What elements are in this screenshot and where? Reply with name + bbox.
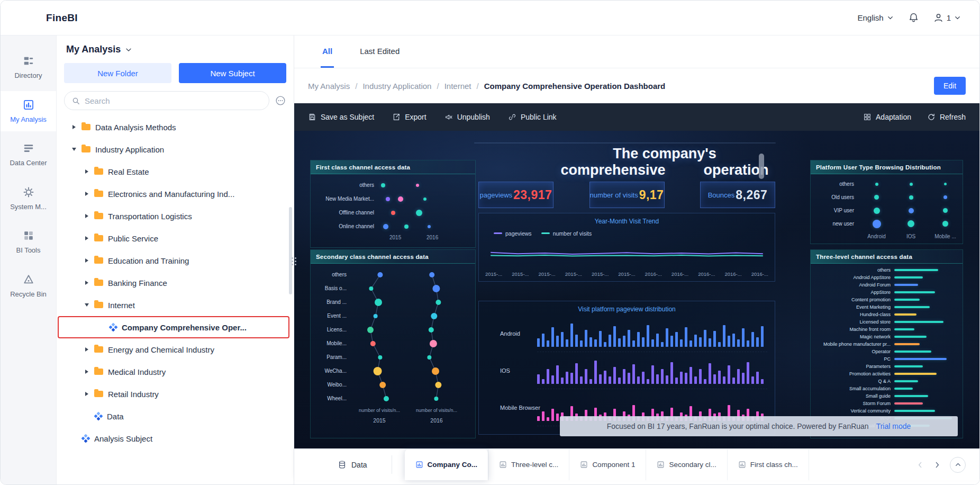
trend-x-label: 2016-... xyxy=(698,271,715,277)
tree-item-internet[interactable]: Internet xyxy=(57,294,294,316)
user-type-row-label: VIP user xyxy=(811,208,859,213)
expand-arrow-icon[interactable] xyxy=(83,214,90,218)
toolbar-item-label: Unpublish xyxy=(457,113,490,121)
rail-item-directory[interactable]: Directory xyxy=(1,47,56,88)
three-level-row: Machine front room xyxy=(811,326,963,333)
component-tab-component-1[interactable]: Component 1 xyxy=(569,449,646,480)
tab-all[interactable]: All xyxy=(321,35,334,68)
rail-item-recycle-bin[interactable]: Recycle Bin xyxy=(1,266,56,307)
tree-item-real-estate[interactable]: Real Estate xyxy=(57,160,294,183)
tree-item-industry-application[interactable]: Industry Application xyxy=(57,138,294,160)
component-tab-first-class-ch[interactable]: First class ch... xyxy=(727,449,809,480)
collapse-arrow-icon[interactable] xyxy=(70,148,78,151)
tab-last-edited[interactable]: Last Edited xyxy=(358,35,401,68)
explorer-scrollbar[interactable] xyxy=(289,207,292,294)
tabs-scroll-right-icon[interactable] xyxy=(933,461,941,469)
expand-arrow-icon[interactable] xyxy=(83,236,90,240)
tree-item-data-analysis-methods[interactable]: Data Analysis Methods xyxy=(57,116,294,138)
user-type-col-label: Mobile ... xyxy=(928,233,963,239)
tree-item-label: Education and Training xyxy=(108,256,287,265)
three-level-label: Vertical community xyxy=(811,408,894,414)
toolbar-export[interactable]: Export xyxy=(392,113,426,121)
three-level-label: Parameters xyxy=(811,364,894,369)
search-box[interactable] xyxy=(64,91,269,110)
search-input[interactable] xyxy=(85,96,262,105)
three-level-row: Android Forum xyxy=(811,281,963,289)
secondary-year-label: 2015 xyxy=(373,417,385,424)
collapse-panel-button[interactable] xyxy=(950,457,966,473)
more-options-icon[interactable] xyxy=(275,95,286,106)
tree-item-electronics-and-manufacturing-ind[interactable]: Electronics and Manufacturing Ind... xyxy=(57,183,294,205)
secondary-row-label: Mobile... xyxy=(311,337,351,351)
toolbar-save-as-subject[interactable]: Save as Subject xyxy=(308,113,374,121)
bar xyxy=(575,335,578,347)
bar xyxy=(670,336,673,347)
tree-item-retail-industry[interactable]: Retail Industry xyxy=(57,383,294,405)
bar xyxy=(685,373,687,384)
component-tab-three-level-c[interactable]: Three-level c... xyxy=(488,449,569,480)
tabs-scroll-left-icon[interactable] xyxy=(916,461,924,469)
toolbar-adaptation[interactable]: Adaptation xyxy=(863,113,911,121)
tree-item-company-comprehensive-oper[interactable]: Company Comprehensive Oper... xyxy=(58,316,289,338)
expand-arrow-icon[interactable] xyxy=(83,192,90,196)
three-level-row: PC xyxy=(811,355,963,363)
breadcrumb-item[interactable]: My Analysis xyxy=(308,82,350,91)
tree-item-banking-finance[interactable]: Banking Finance xyxy=(57,272,294,294)
new-subject-button[interactable]: New Subject xyxy=(179,63,286,83)
chart-tab-icon xyxy=(415,461,423,469)
bar xyxy=(737,339,740,347)
edit-button[interactable]: Edit xyxy=(934,77,966,95)
tree-item-medical-industry[interactable]: Medical Industry xyxy=(57,361,294,383)
expand-arrow-icon[interactable] xyxy=(83,392,90,396)
component-tab-secondary-cl[interactable]: Secondary cl... xyxy=(646,449,727,480)
rail-item-my-analysis[interactable]: My Analysis xyxy=(1,91,56,132)
collapse-arrow-icon[interactable] xyxy=(83,303,90,307)
expand-arrow-icon[interactable] xyxy=(83,347,90,352)
component-tab-company-co[interactable]: Company Co... xyxy=(405,449,488,480)
kpi-label: Bounces xyxy=(708,191,735,199)
toolbar-unpublish[interactable]: Unpublish xyxy=(444,113,490,121)
first-class-row-label: Online channel xyxy=(311,220,378,233)
rail-item-data-center[interactable]: Data Center xyxy=(1,134,56,175)
bar xyxy=(894,380,918,382)
dashboard-scrollbar-thumb[interactable] xyxy=(759,154,764,179)
platform-row-bars xyxy=(537,352,767,389)
trial-mode-link[interactable]: Trial mode xyxy=(876,422,911,430)
expand-arrow-icon[interactable] xyxy=(70,125,78,129)
user-type-row-label: others xyxy=(811,181,859,187)
rail-item-bi-tools[interactable]: BI Tools xyxy=(1,222,56,263)
legend-marker xyxy=(494,232,502,234)
tree-item-energy-and-chemical-industry[interactable]: Energy and Chemical Industry xyxy=(57,338,294,361)
data-tab[interactable]: Data xyxy=(338,449,367,480)
breadcrumb-item[interactable]: Industry Application xyxy=(362,82,431,91)
tree-item-education-and-training[interactable]: Education and Training xyxy=(57,249,294,272)
main-area: AllLast Edited My Analysis/Industry Appl… xyxy=(294,35,979,484)
three-level-row: Storm Forum xyxy=(811,400,963,407)
expand-arrow-icon[interactable] xyxy=(83,281,90,285)
toolbar-public-link[interactable]: Public Link xyxy=(508,113,557,121)
rail-item-system-m[interactable]: System M... xyxy=(1,178,56,219)
bar xyxy=(670,362,673,384)
bar xyxy=(689,340,692,347)
expand-arrow-icon[interactable] xyxy=(83,169,90,174)
breadcrumb-item[interactable]: Internet xyxy=(444,82,471,91)
tree-item-transportation-logistics[interactable]: Transportation Logistics xyxy=(57,205,294,227)
folder-icon xyxy=(94,191,103,197)
tree-item-data[interactable]: Data xyxy=(57,405,294,427)
component-tab-label: Company Co... xyxy=(428,461,478,469)
tree-item-public-service[interactable]: Public Service xyxy=(57,227,294,249)
new-folder-button[interactable]: New Folder xyxy=(64,63,171,83)
toolbar-refresh[interactable]: Refresh xyxy=(927,113,966,121)
explorer-title[interactable]: My Analysis xyxy=(66,44,284,55)
panel-platform-distribution: Visit platform pageview distribution And… xyxy=(478,301,775,435)
panel-resizer-handle[interactable] xyxy=(291,252,297,271)
expand-arrow-icon[interactable] xyxy=(83,258,90,263)
notification-bell-icon[interactable] xyxy=(908,12,919,23)
folder-icon xyxy=(81,146,90,152)
user-menu[interactable]: 1 xyxy=(933,12,961,23)
language-selector[interactable]: English xyxy=(857,13,894,22)
tree-item-analysis-subject[interactable]: Analysis Subject xyxy=(57,427,294,450)
bar xyxy=(894,365,923,367)
expand-arrow-icon[interactable] xyxy=(83,370,90,374)
kpi-value: 8,267 xyxy=(736,188,767,202)
